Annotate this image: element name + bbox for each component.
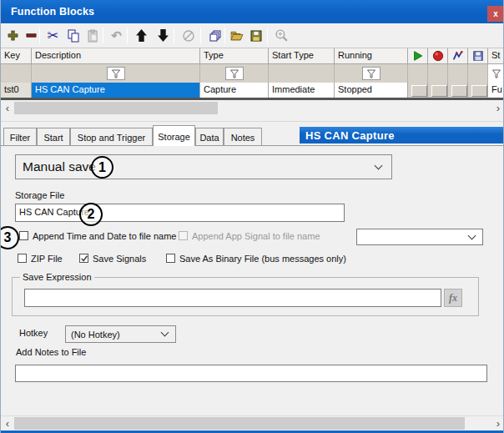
- toolbar-separator: [39, 28, 40, 43]
- add-icon[interactable]: [4, 27, 22, 44]
- row-save-button-cell[interactable]: [468, 83, 488, 98]
- table-header-row: Key Description Type Start Type Running …: [1, 48, 504, 64]
- filter-icon[interactable]: [225, 67, 244, 80]
- zip-file-checkbox[interactable]: [18, 254, 27, 263]
- add-notes-label: Add Notes to File: [16, 347, 86, 357]
- disable-icon[interactable]: [179, 27, 197, 44]
- tab-stop-and-trigger[interactable]: Stop and Trigger: [70, 128, 153, 146]
- save-signals-label: Save Signals: [93, 254, 146, 264]
- tab-notes[interactable]: Notes: [224, 128, 262, 146]
- search-icon[interactable]: +: [273, 27, 290, 44]
- remove-icon[interactable]: [23, 27, 40, 44]
- toolbar-separator: [103, 28, 103, 43]
- start-button[interactable]: [411, 85, 427, 97]
- save-icon[interactable]: [247, 27, 265, 44]
- graph-button[interactable]: [451, 85, 467, 97]
- copy-icon[interactable]: [64, 27, 82, 44]
- toolbar-separator: [174, 28, 174, 43]
- toolbar-separator: [127, 28, 128, 43]
- cascade-windows-icon[interactable]: [206, 27, 224, 44]
- col-header-key[interactable]: Key: [1, 48, 32, 64]
- fx-button[interactable]: fx: [444, 289, 462, 307]
- filter-icon[interactable]: [362, 67, 381, 80]
- table-filter-row: [1, 64, 504, 83]
- tab-storage[interactable]: Storage: [153, 125, 195, 146]
- col-header-running[interactable]: Running: [335, 48, 408, 64]
- append-time-checkbox[interactable]: [19, 231, 28, 240]
- filter-cell: [468, 64, 488, 83]
- storage-file-input[interactable]: HS CAN Capture: [15, 204, 345, 222]
- save-button[interactable]: [471, 85, 487, 97]
- window-title: Function Blocks: [1, 6, 94, 18]
- table-bottom-edge: [1, 98, 504, 100]
- toolbar-separator: [200, 28, 201, 43]
- hotkey-dropdown[interactable]: (No Hotkey): [65, 325, 176, 343]
- zip-file-label: ZIP File: [31, 254, 63, 264]
- col-header-record-icon[interactable]: [428, 48, 448, 64]
- save-expression-input[interactable]: [24, 289, 441, 307]
- app-signal-dropdown[interactable]: [356, 229, 483, 245]
- close-button[interactable]: x: [487, 6, 504, 22]
- scrollbar-thumb[interactable]: [14, 102, 218, 114]
- table-row[interactable]: tst0 HS CAN Capture Capture Immediate St…: [1, 83, 504, 98]
- filter-cell: [32, 64, 200, 83]
- panel-hscrollbar[interactable]: ‹ ›: [1, 415, 504, 430]
- save-signals-checkbox[interactable]: [79, 254, 88, 263]
- filter-cell: [448, 64, 468, 83]
- add-notes-input[interactable]: [15, 365, 487, 382]
- scroll-right-icon[interactable]: ›: [491, 416, 504, 430]
- move-up-icon[interactable]: [133, 27, 150, 44]
- tab-filter[interactable]: Filter: [3, 128, 37, 146]
- row-description-cell-selected[interactable]: HS CAN Capture: [32, 83, 200, 98]
- scroll-left-icon[interactable]: ‹: [1, 101, 14, 115]
- storage-file-label: Storage File: [15, 190, 64, 200]
- row-start-button-cell[interactable]: [408, 83, 428, 98]
- row-overflow-cell[interactable]: Fu: [488, 83, 504, 98]
- chevron-down-icon: [375, 161, 383, 169]
- record-button[interactable]: [431, 85, 447, 97]
- chevron-down-icon: [161, 329, 169, 337]
- scrollbar-thumb[interactable]: [14, 417, 465, 430]
- toolbar-separator: [267, 28, 268, 43]
- scroll-left-icon[interactable]: ‹: [1, 416, 14, 430]
- row-graph-button-cell[interactable]: [448, 83, 468, 98]
- row-type-cell[interactable]: Capture: [200, 83, 269, 98]
- col-header-graph-icon[interactable]: [448, 48, 468, 64]
- col-header-start-icon[interactable]: [408, 48, 428, 64]
- title-bar: Function Blocks: [1, 0, 504, 23]
- binary-file-checkbox[interactable]: [166, 254, 175, 263]
- filter-cell: [335, 64, 408, 83]
- table-hscrollbar[interactable]: ‹ ›: [1, 101, 504, 115]
- col-header-type[interactable]: Type: [200, 48, 269, 64]
- filter-icon[interactable]: [107, 67, 125, 80]
- hotkey-label: Hotkey: [19, 328, 48, 338]
- append-app-signal-checkbox: [179, 231, 188, 240]
- filter-icon[interactable]: [488, 67, 504, 80]
- filter-cell: [408, 64, 428, 83]
- undo-icon[interactable]: ↶: [108, 27, 125, 44]
- col-header-overflow[interactable]: St: [488, 48, 504, 64]
- col-header-start-type[interactable]: Start Type: [269, 48, 335, 64]
- filter-cell: [200, 64, 269, 83]
- open-folder-icon[interactable]: [228, 27, 245, 44]
- filter-cell: [488, 64, 504, 83]
- move-down-icon[interactable]: [154, 27, 172, 44]
- row-start-type-cell[interactable]: Immediate: [269, 83, 335, 98]
- toolbar-separator: [224, 28, 225, 43]
- row-record-button-cell[interactable]: [428, 83, 448, 98]
- save-mode-dropdown[interactable]: Manual save: [15, 154, 392, 179]
- tab-start[interactable]: Start: [37, 128, 70, 146]
- save-mode-value: Manual save: [16, 159, 96, 174]
- row-running-cell[interactable]: Stopped: [335, 83, 408, 98]
- row-key-cell[interactable]: tst0: [1, 83, 32, 98]
- annotation-3: 3: [0, 226, 19, 249]
- scroll-right-icon[interactable]: ›: [491, 101, 504, 115]
- append-app-signal-label: Append App Signal to file name: [192, 231, 320, 241]
- filter-cell: [1, 64, 32, 83]
- function-blocks-table: Key Description Type Start Type Running …: [1, 48, 504, 98]
- col-header-save-icon[interactable]: [468, 48, 488, 64]
- col-header-description[interactable]: Description: [32, 48, 200, 64]
- paste-icon[interactable]: [83, 27, 101, 44]
- cut-icon[interactable]: ✂: [44, 27, 62, 44]
- tab-data[interactable]: Data: [195, 128, 224, 146]
